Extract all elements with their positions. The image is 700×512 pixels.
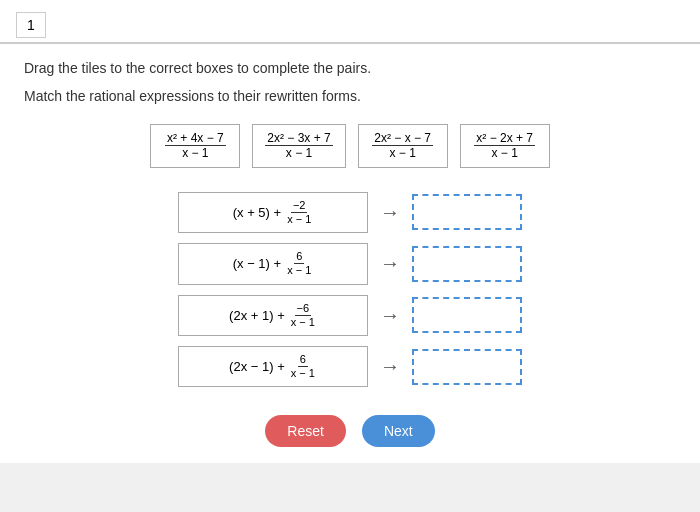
- tiles-container: x² + 4x − 7 x − 1 2x² − 3x + 7 x − 1 2x²…: [24, 124, 676, 168]
- question-number: 1: [16, 12, 46, 38]
- match-row-4: (2x − 1) + 6 x − 1 →: [178, 346, 522, 387]
- match-expr-3-text: (2x + 1) +: [229, 308, 285, 323]
- match-row-3: (2x + 1) + −6 x − 1 →: [178, 295, 522, 336]
- instruction-line2: Match the rational expressions to their …: [24, 88, 676, 104]
- tile-2-denom: x − 1: [284, 146, 314, 160]
- match-row-1: (x + 5) + −2 x − 1 →: [178, 192, 522, 233]
- match-expr-4: (2x − 1) + 6 x − 1: [178, 346, 368, 387]
- tile-3[interactable]: 2x² − x − 7 x − 1: [358, 124, 448, 168]
- match-expr-2: (x − 1) + 6 x − 1: [178, 243, 368, 284]
- tile-2-numer: 2x² − 3x + 7: [265, 131, 332, 146]
- match-expr-4-denom: x − 1: [289, 367, 317, 380]
- match-expr-1: (x + 5) + −2 x − 1: [178, 192, 368, 233]
- match-expr-2-text: (x − 1) +: [233, 256, 281, 271]
- tile-4-numer: x² − 2x + 7: [474, 131, 535, 146]
- drop-box-4[interactable]: [412, 349, 522, 385]
- tile-3-denom: x − 1: [388, 146, 418, 160]
- arrow-2: →: [380, 252, 400, 275]
- tile-4[interactable]: x² − 2x + 7 x − 1: [460, 124, 550, 168]
- match-expr-4-text: (2x − 1) +: [229, 359, 285, 374]
- drop-box-3[interactable]: [412, 297, 522, 333]
- next-button[interactable]: Next: [362, 415, 435, 447]
- tile-2[interactable]: 2x² − 3x + 7 x − 1: [252, 124, 345, 168]
- tile-1-denom: x − 1: [180, 146, 210, 160]
- tile-1-numer: x² + 4x − 7: [165, 131, 226, 146]
- match-expr-3: (2x + 1) + −6 x − 1: [178, 295, 368, 336]
- button-row: Reset Next: [24, 415, 676, 447]
- tile-4-denom: x − 1: [490, 146, 520, 160]
- drop-box-1[interactable]: [412, 194, 522, 230]
- tile-1[interactable]: x² + 4x − 7 x − 1: [150, 124, 240, 168]
- match-expr-1-denom: x − 1: [285, 213, 313, 226]
- drop-box-2[interactable]: [412, 246, 522, 282]
- arrow-1: →: [380, 201, 400, 224]
- tile-3-numer: 2x² − x − 7: [372, 131, 433, 146]
- match-row-2: (x − 1) + 6 x − 1 →: [178, 243, 522, 284]
- arrow-4: →: [380, 355, 400, 378]
- match-expr-2-numer: 6: [294, 250, 304, 264]
- reset-button[interactable]: Reset: [265, 415, 346, 447]
- match-expr-3-numer: −6: [295, 302, 312, 316]
- match-expr-3-denom: x − 1: [289, 316, 317, 329]
- match-expr-4-numer: 6: [298, 353, 308, 367]
- match-expr-1-numer: −2: [291, 199, 308, 213]
- instruction-line1: Drag the tiles to the correct boxes to c…: [24, 60, 676, 76]
- match-expr-1-text: (x + 5) +: [233, 205, 281, 220]
- arrow-3: →: [380, 304, 400, 327]
- match-expr-2-denom: x − 1: [285, 264, 313, 277]
- match-area: (x + 5) + −2 x − 1 → (x − 1) + 6 x − 1 →: [24, 192, 676, 388]
